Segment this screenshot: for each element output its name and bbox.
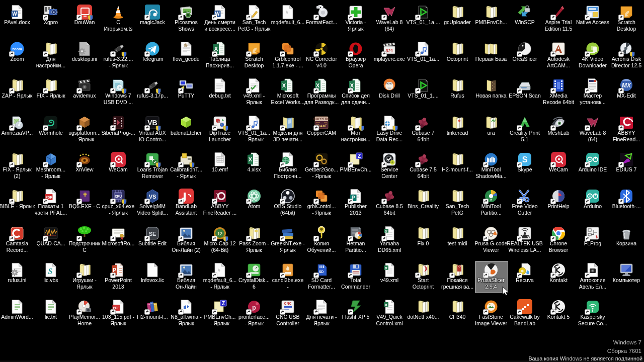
svg-text:Z: Z [358, 153, 361, 159]
svg-text:X: X [385, 229, 388, 234]
svg-text:X: X [385, 266, 388, 270]
svg-text:zoom: zoom [12, 47, 22, 51]
svg-text:W: W [12, 11, 17, 17]
svg-text:S: S [522, 155, 528, 164]
svg-text:X: X [282, 82, 286, 88]
svg-text:12: 12 [217, 231, 222, 236]
svg-text:p: p [252, 304, 256, 311]
svg-text:X: X [249, 156, 253, 162]
svg-text:CNC: CNC [284, 302, 291, 305]
svg-text:S: S [48, 267, 53, 276]
svg-text:X: X [385, 303, 388, 307]
svg-text:CPU: CPU [115, 195, 122, 198]
svg-text:SD: SD [319, 270, 324, 274]
svg-text:COPPERC: COPPERC [313, 117, 330, 121]
svg-text:Z: Z [222, 301, 225, 306]
